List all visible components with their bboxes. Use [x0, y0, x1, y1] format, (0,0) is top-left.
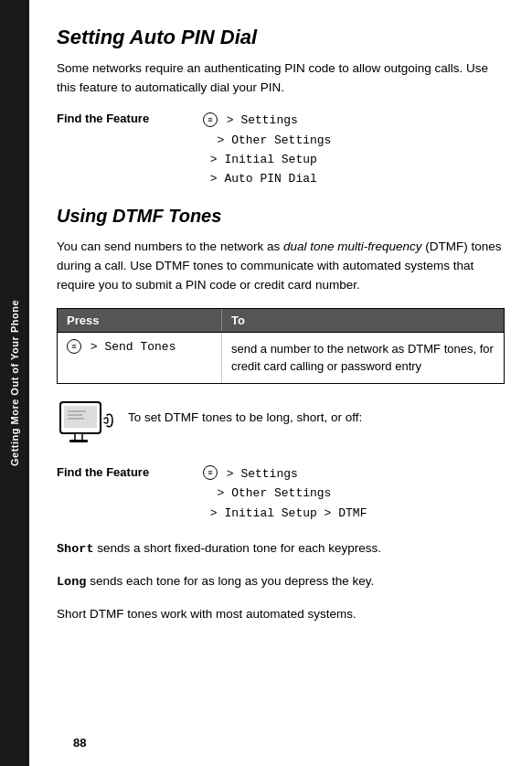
- sidebar: Getting More Out of Your Phone: [0, 0, 29, 766]
- long-label: Long: [57, 575, 86, 589]
- find-feature-block-1: Find the Feature > Settings > Other Sett…: [57, 111, 505, 189]
- page-wrapper: Getting More Out of Your Phone Setting A…: [0, 0, 532, 766]
- ff2-step1: > Settings: [203, 464, 367, 484]
- short-label: Short: [57, 542, 94, 556]
- main-content: Setting Auto PIN Dial Some networks requ…: [29, 0, 532, 766]
- short-desc: sends a short fixed-duration tone for ea…: [97, 541, 381, 555]
- find-feature-content-2: > Settings > Other Settings > Initial Se…: [203, 464, 367, 523]
- section1-intro: Some networks require an authenticating …: [57, 59, 505, 98]
- td-press-text: > Send Tones: [90, 340, 176, 354]
- find-feature-label-2: Find the Feature: [57, 464, 203, 479]
- svg-rect-2: [75, 433, 82, 441]
- section2-intro: You can send numbers to the network as d…: [57, 238, 505, 295]
- table-col1-header: Press: [58, 309, 222, 332]
- ff2-step2: > Other Settings: [203, 484, 367, 503]
- bottom-line-1: Short sends a short fixed-duration tone …: [57, 539, 505, 559]
- menu-icon-3: [203, 465, 218, 480]
- ff1-step1: > Settings: [203, 111, 331, 130]
- ff2-step3: > Initial Setup > DTMF: [203, 504, 367, 523]
- ff2-step1-text: > Settings: [227, 467, 298, 481]
- menu-icon-1: [203, 112, 218, 127]
- table-row: > Send Tones send a number to the networ…: [58, 332, 504, 383]
- svg-rect-1: [64, 406, 97, 428]
- bottom-line-2: Long sends each tone for as long as you …: [57, 572, 505, 592]
- ff1-step1-text: > Settings: [227, 113, 298, 127]
- phone-icon-box: [57, 399, 115, 452]
- illustration-row: To set DTMF tones to be long, short, or …: [57, 399, 505, 452]
- td-to: send a number to the network as DTMF ton…: [222, 333, 504, 383]
- dtmf-table: Press To > Send Tones send a number to t…: [57, 308, 505, 384]
- menu-icon-2: [67, 339, 81, 354]
- phone-illustration: [59, 400, 113, 450]
- bottom-text-block: Short sends a short fixed-duration tone …: [57, 539, 505, 624]
- ff1-step3: > Initial Setup: [203, 150, 331, 169]
- section1-title: Setting Auto PIN Dial: [57, 26, 505, 48]
- illustration-text: To set DTMF tones to be long, short, or …: [128, 409, 362, 428]
- page-number: 88: [73, 736, 86, 750]
- bottom-line-3: Short DTMF tones work with most automate…: [57, 605, 505, 624]
- find-feature-block-2: Find the Feature > Settings > Other Sett…: [57, 464, 505, 523]
- find-feature-label-1: Find the Feature: [57, 111, 203, 125]
- table-header: Press To: [58, 309, 504, 332]
- svg-rect-3: [69, 440, 88, 442]
- ff1-step4: > Auto PIN Dial: [203, 169, 331, 188]
- td-press: > Send Tones: [58, 333, 222, 383]
- section2-title: Using DTMF Tones: [57, 206, 505, 227]
- long-desc: sends each tone for as long as you depre…: [90, 574, 374, 588]
- sidebar-label: Getting More Out of Your Phone: [9, 300, 20, 466]
- find-feature-content-1: > Settings > Other Settings > Initial Se…: [203, 111, 331, 189]
- ff1-step2: > Other Settings: [203, 131, 331, 150]
- table-col2-header: To: [222, 309, 504, 332]
